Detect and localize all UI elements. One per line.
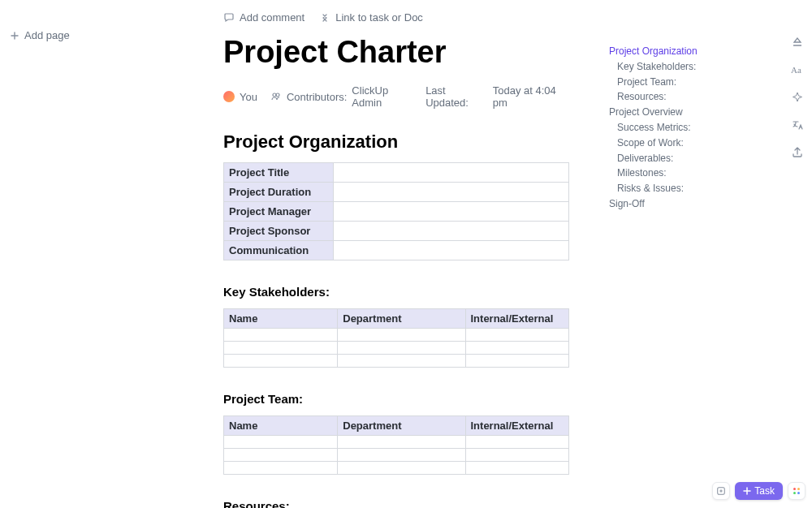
table-cell[interactable] [224,342,338,355]
collapse-panel-button[interactable] [789,34,806,50]
table-cell[interactable] [224,436,338,449]
ai-sparkle-button[interactable] [789,89,806,105]
table-row-label[interactable]: Communication [224,241,334,260]
section-heading-team[interactable]: Project Team: [223,392,569,406]
bottom-bar: Task [712,482,806,500]
outline-item[interactable]: Milestones: [609,166,698,181]
share-button[interactable] [789,144,806,161]
table-cell[interactable] [334,241,569,260]
team-table[interactable]: Name Department Internal/External [223,415,569,475]
doc-meta: You Contributors: ClickUp Admin Last Upd… [223,84,569,109]
updated-label: Last Updated: [425,84,488,109]
contributors-chip[interactable]: Contributors: ClickUp Admin [270,84,412,109]
table-cell[interactable] [338,355,465,368]
contributors-label: Contributors: [287,91,347,103]
table-row-label[interactable]: Project Title [224,163,334,183]
add-comment-label: Add comment [240,11,304,24]
table-cell[interactable] [465,355,569,368]
svg-point-1 [276,93,279,97]
table-cell[interactable] [224,329,338,342]
table-cell[interactable] [465,449,569,462]
link-label: Link to task or Doc [335,11,423,24]
table-cell[interactable] [334,222,569,241]
table-cell[interactable] [334,202,569,222]
table-cell[interactable] [465,342,569,355]
outline-panel: Project Organization Key Stakeholders: P… [609,44,698,212]
right-rail: Aa [789,34,806,161]
section-heading-stakeholders[interactable]: Key Stakeholders: [223,285,569,299]
table-cell[interactable] [224,449,338,462]
table-cell[interactable] [465,436,569,449]
table-row-label[interactable]: Project Duration [224,183,334,202]
add-page-label: Add page [24,29,70,41]
outline-item[interactable]: Project Organization [609,44,698,59]
outline-item[interactable]: Success Metrics: [609,120,698,136]
svg-point-0 [273,93,276,97]
apps-icon [793,488,801,495]
outline-item[interactable]: Deliverables: [609,151,698,166]
owner-name: You [240,91,257,103]
avatar [223,91,235,102]
doc-toolbar: Add comment Link to task or Doc [223,11,569,24]
table-cell[interactable] [338,436,465,449]
contributors-value: ClickUp Admin [352,84,412,109]
new-task-button[interactable]: Task [735,482,783,500]
outline-item[interactable]: Key Stakeholders: [609,59,698,75]
table-cell[interactable] [224,355,338,368]
help-button[interactable] [712,482,730,500]
table-header[interactable]: Internal/External [465,309,569,329]
table-header[interactable]: Name [224,309,338,329]
plus-icon [10,31,19,41]
owner-chip[interactable]: You [223,91,257,103]
table-cell[interactable] [334,163,569,183]
add-comment-button[interactable]: Add comment [223,11,304,24]
outline-item[interactable]: Resources: [609,89,698,105]
task-label: Task [754,485,775,497]
typography-button[interactable]: Aa [789,62,806,78]
table-cell[interactable] [465,462,569,475]
organization-table[interactable]: Project Title Project Duration Project M… [223,162,569,260]
table-header[interactable]: Internal/External [465,416,569,436]
table-header[interactable]: Department [338,309,465,329]
link-icon [319,12,330,24]
doc-title[interactable]: Project Charter [223,35,569,70]
table-cell[interactable] [334,183,569,202]
outline-item[interactable]: Scope of Work: [609,136,698,151]
table-cell[interactable] [224,462,338,475]
outline-item[interactable]: Project Team: [609,75,698,90]
outline-item[interactable]: Project Overview [609,105,698,120]
updated-chip: Last Updated: Today at 4:04 pm [425,84,569,109]
people-icon [270,91,282,102]
table-cell[interactable] [338,462,465,475]
table-cell[interactable] [338,329,465,342]
comment-icon [223,12,235,24]
apps-button[interactable] [788,482,806,500]
outline-item[interactable]: Sign-Off [609,196,698,212]
svg-text:Aa: Aa [791,65,801,75]
table-row-label[interactable]: Project Sponsor [224,222,334,241]
table-row-label[interactable]: Project Manager [224,202,334,222]
table-cell[interactable] [465,329,569,342]
section-heading-organization[interactable]: Project Organization [223,131,569,153]
table-header[interactable]: Name [224,416,338,436]
add-page-button[interactable]: Add page [6,26,73,45]
stakeholders-table[interactable]: Name Department Internal/External [223,308,569,368]
outline-item[interactable]: Risks & Issues: [609,181,698,196]
section-heading-resources[interactable]: Resources: [223,499,569,508]
table-header[interactable]: Department [338,416,465,436]
table-cell[interactable] [338,449,465,462]
table-cell[interactable] [338,342,465,355]
translate-button[interactable] [789,117,806,133]
document-body: Add comment Link to task or Doc Project … [223,11,569,508]
link-button[interactable]: Link to task or Doc [319,11,423,24]
updated-value: Today at 4:04 pm [493,84,569,109]
